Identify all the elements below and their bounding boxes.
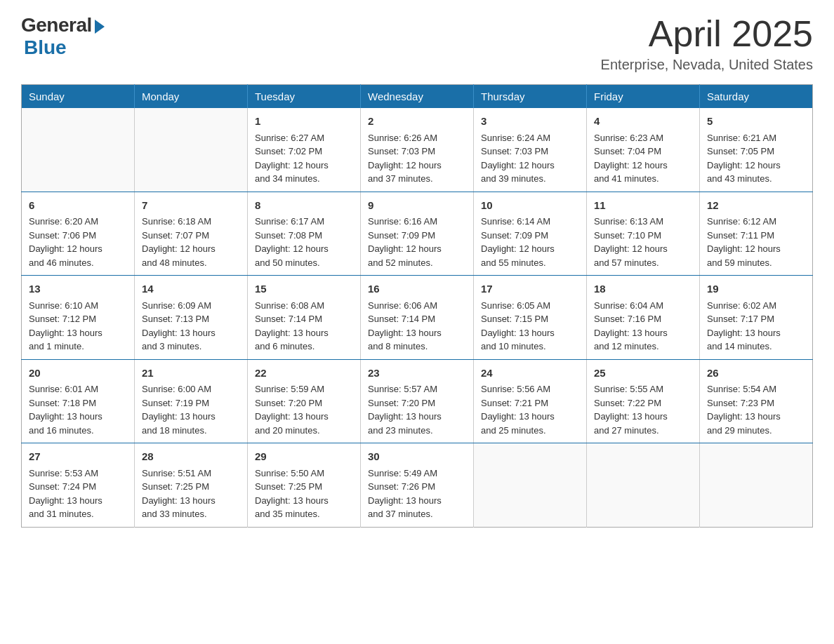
calendar-day-cell: 24Sunrise: 5:56 AM Sunset: 7:21 PM Dayli… (474, 359, 587, 443)
calendar-day-cell: 7Sunrise: 6:18 AM Sunset: 7:07 PM Daylig… (135, 192, 248, 276)
day-of-week-header: Sunday (22, 85, 135, 109)
day-number: 6 (29, 198, 127, 214)
day-number: 27 (29, 449, 127, 465)
day-number: 2 (368, 114, 466, 130)
calendar-table: SundayMondayTuesdayWednesdayThursdayFrid… (21, 84, 813, 528)
day-number: 9 (368, 198, 466, 214)
day-info: Sunrise: 6:21 AM Sunset: 7:05 PM Dayligh… (707, 131, 805, 186)
day-info: Sunrise: 5:49 AM Sunset: 7:26 PM Dayligh… (368, 467, 466, 521)
day-number: 13 (29, 281, 127, 297)
day-number: 28 (142, 449, 240, 465)
calendar-day-cell: 12Sunrise: 6:12 AM Sunset: 7:11 PM Dayli… (700, 192, 813, 276)
day-info: Sunrise: 5:59 AM Sunset: 7:20 PM Dayligh… (255, 382, 353, 437)
day-info: Sunrise: 6:06 AM Sunset: 7:14 PM Dayligh… (368, 299, 466, 354)
calendar-day-cell: 11Sunrise: 6:13 AM Sunset: 7:10 PM Dayli… (587, 192, 700, 276)
day-number: 3 (481, 114, 579, 130)
calendar-day-cell (135, 108, 248, 192)
day-number: 25 (594, 365, 692, 382)
calendar-day-cell: 5Sunrise: 6:21 AM Sunset: 7:05 PM Daylig… (700, 108, 813, 192)
day-info: Sunrise: 6:18 AM Sunset: 7:07 PM Dayligh… (142, 215, 240, 269)
calendar-day-cell: 20Sunrise: 6:01 AM Sunset: 7:18 PM Dayli… (22, 359, 135, 443)
day-info: Sunrise: 6:01 AM Sunset: 7:18 PM Dayligh… (29, 382, 127, 437)
day-of-week-header: Tuesday (248, 85, 361, 109)
calendar-day-cell: 26Sunrise: 5:54 AM Sunset: 7:23 PM Dayli… (700, 359, 813, 443)
calendar-week-row: 1Sunrise: 6:27 AM Sunset: 7:02 PM Daylig… (22, 108, 813, 192)
calendar-day-cell: 14Sunrise: 6:09 AM Sunset: 7:13 PM Dayli… (135, 276, 248, 360)
calendar-week-row: 13Sunrise: 6:10 AM Sunset: 7:12 PM Dayli… (22, 276, 813, 360)
day-info: Sunrise: 5:56 AM Sunset: 7:21 PM Dayligh… (481, 382, 579, 437)
calendar-day-cell: 29Sunrise: 5:50 AM Sunset: 7:25 PM Dayli… (248, 443, 361, 528)
calendar-day-cell: 17Sunrise: 6:05 AM Sunset: 7:15 PM Dayli… (474, 276, 587, 360)
day-number: 10 (481, 198, 579, 214)
calendar-day-cell (22, 108, 135, 192)
day-info: Sunrise: 6:23 AM Sunset: 7:04 PM Dayligh… (594, 131, 692, 186)
calendar-day-cell: 30Sunrise: 5:49 AM Sunset: 7:26 PM Dayli… (361, 443, 474, 528)
day-info: Sunrise: 6:26 AM Sunset: 7:03 PM Dayligh… (368, 131, 466, 186)
calendar-day-cell: 1Sunrise: 6:27 AM Sunset: 7:02 PM Daylig… (248, 108, 361, 192)
day-of-week-header: Thursday (474, 85, 587, 109)
calendar-day-cell: 2Sunrise: 6:26 AM Sunset: 7:03 PM Daylig… (361, 108, 474, 192)
day-info: Sunrise: 6:08 AM Sunset: 7:14 PM Dayligh… (255, 299, 353, 354)
day-info: Sunrise: 6:09 AM Sunset: 7:13 PM Dayligh… (142, 299, 240, 354)
day-number: 21 (142, 365, 240, 382)
day-number: 1 (255, 114, 353, 130)
day-number: 4 (594, 114, 692, 130)
day-info: Sunrise: 6:24 AM Sunset: 7:03 PM Dayligh… (481, 131, 579, 186)
day-info: Sunrise: 5:53 AM Sunset: 7:24 PM Dayligh… (29, 467, 127, 521)
calendar-day-cell: 18Sunrise: 6:04 AM Sunset: 7:16 PM Dayli… (587, 276, 700, 360)
day-info: Sunrise: 5:55 AM Sunset: 7:22 PM Dayligh… (594, 382, 692, 437)
calendar-week-row: 27Sunrise: 5:53 AM Sunset: 7:24 PM Dayli… (22, 443, 813, 528)
day-info: Sunrise: 5:57 AM Sunset: 7:20 PM Dayligh… (368, 382, 466, 437)
calendar-day-cell: 3Sunrise: 6:24 AM Sunset: 7:03 PM Daylig… (474, 108, 587, 192)
day-info: Sunrise: 6:05 AM Sunset: 7:15 PM Dayligh… (481, 299, 579, 354)
day-number: 14 (142, 281, 240, 297)
day-info: Sunrise: 6:13 AM Sunset: 7:10 PM Dayligh… (594, 215, 692, 269)
page-header: General Blue April 2025 Enterprise, Neva… (21, 14, 813, 73)
calendar-day-cell: 25Sunrise: 5:55 AM Sunset: 7:22 PM Dayli… (587, 359, 700, 443)
day-number: 16 (368, 281, 466, 297)
day-number: 17 (481, 281, 579, 297)
day-info: Sunrise: 6:16 AM Sunset: 7:09 PM Dayligh… (368, 215, 466, 269)
logo-arrow-icon (95, 20, 105, 34)
calendar-day-cell: 10Sunrise: 6:14 AM Sunset: 7:09 PM Dayli… (474, 192, 587, 276)
calendar-day-cell (587, 443, 700, 528)
day-info: Sunrise: 6:04 AM Sunset: 7:16 PM Dayligh… (594, 299, 692, 354)
day-number: 18 (594, 281, 692, 297)
calendar-day-cell: 9Sunrise: 6:16 AM Sunset: 7:09 PM Daylig… (361, 192, 474, 276)
calendar-location: Enterprise, Nevada, United States (601, 57, 813, 73)
day-of-week-header: Wednesday (361, 85, 474, 109)
day-number: 8 (255, 198, 353, 214)
calendar-day-cell: 8Sunrise: 6:17 AM Sunset: 7:08 PM Daylig… (248, 192, 361, 276)
day-number: 23 (368, 365, 466, 382)
day-of-week-header: Monday (135, 85, 248, 109)
day-info: Sunrise: 6:20 AM Sunset: 7:06 PM Dayligh… (29, 215, 127, 269)
day-info: Sunrise: 6:00 AM Sunset: 7:19 PM Dayligh… (142, 382, 240, 437)
day-info: Sunrise: 6:12 AM Sunset: 7:11 PM Dayligh… (707, 215, 805, 269)
day-number: 12 (707, 198, 805, 214)
day-of-week-header: Saturday (700, 85, 813, 109)
day-info: Sunrise: 6:17 AM Sunset: 7:08 PM Dayligh… (255, 215, 353, 269)
day-number: 11 (594, 198, 692, 214)
day-info: Sunrise: 6:14 AM Sunset: 7:09 PM Dayligh… (481, 215, 579, 269)
day-number: 29 (255, 449, 353, 465)
calendar-week-row: 6Sunrise: 6:20 AM Sunset: 7:06 PM Daylig… (22, 192, 813, 276)
day-number: 24 (481, 365, 579, 382)
day-number: 20 (29, 365, 127, 382)
calendar-header-row: SundayMondayTuesdayWednesdayThursdayFrid… (22, 85, 813, 109)
calendar-day-cell: 27Sunrise: 5:53 AM Sunset: 7:24 PM Dayli… (22, 443, 135, 528)
calendar-day-cell: 28Sunrise: 5:51 AM Sunset: 7:25 PM Dayli… (135, 443, 248, 528)
calendar-week-row: 20Sunrise: 6:01 AM Sunset: 7:18 PM Dayli… (22, 359, 813, 443)
calendar-day-cell: 21Sunrise: 6:00 AM Sunset: 7:19 PM Dayli… (135, 359, 248, 443)
day-number: 7 (142, 198, 240, 214)
day-info: Sunrise: 6:02 AM Sunset: 7:17 PM Dayligh… (707, 299, 805, 354)
calendar-title: April 2025 (601, 14, 813, 54)
day-number: 30 (368, 449, 466, 465)
calendar-day-cell: 16Sunrise: 6:06 AM Sunset: 7:14 PM Dayli… (361, 276, 474, 360)
calendar-day-cell (474, 443, 587, 528)
day-info: Sunrise: 5:50 AM Sunset: 7:25 PM Dayligh… (255, 467, 353, 521)
calendar-day-cell: 6Sunrise: 6:20 AM Sunset: 7:06 PM Daylig… (22, 192, 135, 276)
day-number: 19 (707, 281, 805, 297)
calendar-day-cell: 15Sunrise: 6:08 AM Sunset: 7:14 PM Dayli… (248, 276, 361, 360)
day-number: 26 (707, 365, 805, 382)
day-number: 5 (707, 114, 805, 130)
